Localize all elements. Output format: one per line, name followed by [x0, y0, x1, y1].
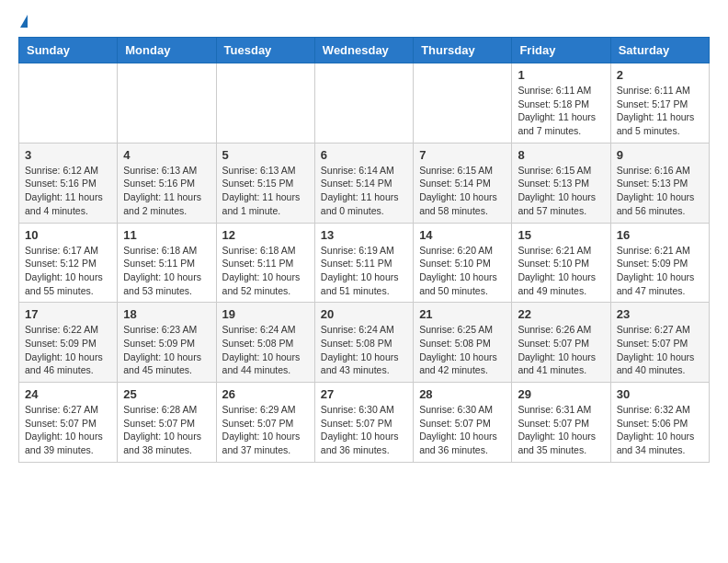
- day-info: Sunrise: 6:21 AM Sunset: 5:10 PM Dayligh…: [518, 244, 604, 298]
- day-number: 16: [617, 228, 703, 242]
- calendar-cell: 28Sunrise: 6:30 AM Sunset: 5:07 PM Dayli…: [414, 383, 512, 463]
- calendar-cell: 25Sunrise: 6:28 AM Sunset: 5:07 PM Dayli…: [118, 383, 216, 463]
- day-number: 5: [222, 148, 309, 162]
- calendar-cell: 23Sunrise: 6:27 AM Sunset: 5:07 PM Dayli…: [610, 303, 709, 383]
- calendar-cell: 16Sunrise: 6:21 AM Sunset: 5:09 PM Dayli…: [610, 223, 709, 303]
- day-info: Sunrise: 6:12 AM Sunset: 5:16 PM Dayligh…: [25, 164, 111, 218]
- logo: [18, 15, 28, 28]
- day-number: 25: [123, 387, 210, 401]
- day-info: Sunrise: 6:14 AM Sunset: 5:14 PM Dayligh…: [321, 164, 407, 218]
- calendar-cell: 21Sunrise: 6:25 AM Sunset: 5:08 PM Dayli…: [414, 303, 512, 383]
- calendar-cell: [19, 63, 118, 144]
- day-number: 21: [419, 307, 506, 321]
- day-number: 6: [321, 148, 407, 162]
- calendar-cell: 15Sunrise: 6:21 AM Sunset: 5:10 PM Dayli…: [512, 223, 610, 303]
- day-info: Sunrise: 6:24 AM Sunset: 5:08 PM Dayligh…: [222, 323, 309, 377]
- day-info: Sunrise: 6:22 AM Sunset: 5:09 PM Dayligh…: [25, 323, 111, 377]
- day-number: 9: [617, 148, 703, 162]
- day-info: Sunrise: 6:26 AM Sunset: 5:07 PM Dayligh…: [518, 323, 604, 377]
- calendar-week-row: 3Sunrise: 6:12 AM Sunset: 5:16 PM Daylig…: [19, 143, 710, 223]
- day-info: Sunrise: 6:21 AM Sunset: 5:09 PM Dayligh…: [617, 244, 703, 298]
- calendar-cell: [118, 63, 216, 144]
- day-number: 18: [123, 307, 210, 321]
- day-number: 23: [617, 307, 703, 321]
- day-number: 3: [25, 148, 111, 162]
- weekday-header: Sunday: [19, 38, 118, 63]
- weekday-header: Wednesday: [314, 38, 413, 63]
- day-info: Sunrise: 6:13 AM Sunset: 5:15 PM Dayligh…: [222, 164, 309, 218]
- calendar-cell: 6Sunrise: 6:14 AM Sunset: 5:14 PM Daylig…: [314, 143, 413, 223]
- day-info: Sunrise: 6:16 AM Sunset: 5:13 PM Dayligh…: [617, 164, 703, 218]
- calendar-cell: 19Sunrise: 6:24 AM Sunset: 5:08 PM Dayli…: [216, 303, 314, 383]
- calendar-table: SundayMondayTuesdayWednesdayThursdayFrid…: [18, 37, 710, 463]
- day-number: 15: [518, 228, 604, 242]
- calendar-cell: 20Sunrise: 6:24 AM Sunset: 5:08 PM Dayli…: [314, 303, 413, 383]
- weekday-header: Saturday: [610, 38, 709, 63]
- day-number: 27: [321, 387, 407, 401]
- weekday-header: Monday: [118, 38, 216, 63]
- day-number: 17: [25, 307, 111, 321]
- day-info: Sunrise: 6:29 AM Sunset: 5:07 PM Dayligh…: [222, 403, 309, 457]
- calendar-cell: 1Sunrise: 6:11 AM Sunset: 5:18 PM Daylig…: [512, 63, 610, 144]
- calendar-cell: [216, 63, 314, 144]
- day-info: Sunrise: 6:15 AM Sunset: 5:14 PM Dayligh…: [419, 164, 506, 218]
- day-number: 14: [419, 228, 506, 242]
- calendar-week-row: 1Sunrise: 6:11 AM Sunset: 5:18 PM Daylig…: [19, 63, 710, 144]
- day-number: 13: [321, 228, 407, 242]
- day-number: 30: [617, 387, 703, 401]
- day-number: 22: [518, 307, 604, 321]
- calendar-week-row: 10Sunrise: 6:17 AM Sunset: 5:12 PM Dayli…: [19, 223, 710, 303]
- weekday-header: Tuesday: [216, 38, 314, 63]
- day-info: Sunrise: 6:18 AM Sunset: 5:11 PM Dayligh…: [222, 244, 309, 298]
- day-info: Sunrise: 6:11 AM Sunset: 5:18 PM Dayligh…: [518, 84, 604, 138]
- calendar-cell: 11Sunrise: 6:18 AM Sunset: 5:11 PM Dayli…: [118, 223, 216, 303]
- calendar-cell: 22Sunrise: 6:26 AM Sunset: 5:07 PM Dayli…: [512, 303, 610, 383]
- calendar-cell: 27Sunrise: 6:30 AM Sunset: 5:07 PM Dayli…: [314, 383, 413, 463]
- day-info: Sunrise: 6:27 AM Sunset: 5:07 PM Dayligh…: [25, 403, 111, 457]
- calendar-cell: 4Sunrise: 6:13 AM Sunset: 5:16 PM Daylig…: [118, 143, 216, 223]
- day-number: 28: [419, 387, 506, 401]
- day-info: Sunrise: 6:24 AM Sunset: 5:08 PM Dayligh…: [321, 323, 407, 377]
- header: [18, 15, 710, 28]
- calendar-cell: 7Sunrise: 6:15 AM Sunset: 5:14 PM Daylig…: [414, 143, 512, 223]
- calendar-cell: 30Sunrise: 6:32 AM Sunset: 5:06 PM Dayli…: [610, 383, 709, 463]
- calendar-cell: 8Sunrise: 6:15 AM Sunset: 5:13 PM Daylig…: [512, 143, 610, 223]
- page: SundayMondayTuesdayWednesdayThursdayFrid…: [0, 0, 728, 477]
- weekday-header: Friday: [512, 38, 610, 63]
- day-info: Sunrise: 6:30 AM Sunset: 5:07 PM Dayligh…: [419, 403, 506, 457]
- calendar-week-row: 24Sunrise: 6:27 AM Sunset: 5:07 PM Dayli…: [19, 383, 710, 463]
- day-info: Sunrise: 6:27 AM Sunset: 5:07 PM Dayligh…: [617, 323, 703, 377]
- day-number: 20: [321, 307, 407, 321]
- weekday-header: Thursday: [414, 38, 512, 63]
- calendar-cell: [314, 63, 413, 144]
- calendar-cell: 13Sunrise: 6:19 AM Sunset: 5:11 PM Dayli…: [314, 223, 413, 303]
- day-info: Sunrise: 6:32 AM Sunset: 5:06 PM Dayligh…: [617, 403, 703, 457]
- day-number: 8: [518, 148, 604, 162]
- calendar-cell: 5Sunrise: 6:13 AM Sunset: 5:15 PM Daylig…: [216, 143, 314, 223]
- day-info: Sunrise: 6:17 AM Sunset: 5:12 PM Dayligh…: [25, 244, 111, 298]
- calendar-cell: 2Sunrise: 6:11 AM Sunset: 5:17 PM Daylig…: [610, 63, 709, 144]
- day-number: 19: [222, 307, 309, 321]
- day-number: 26: [222, 387, 309, 401]
- day-number: 24: [25, 387, 111, 401]
- day-info: Sunrise: 6:19 AM Sunset: 5:11 PM Dayligh…: [321, 244, 407, 298]
- day-number: 1: [518, 68, 604, 82]
- day-info: Sunrise: 6:31 AM Sunset: 5:07 PM Dayligh…: [518, 403, 604, 457]
- day-info: Sunrise: 6:23 AM Sunset: 5:09 PM Dayligh…: [123, 323, 210, 377]
- logo-icon: [20, 15, 28, 28]
- day-info: Sunrise: 6:25 AM Sunset: 5:08 PM Dayligh…: [419, 323, 506, 377]
- day-info: Sunrise: 6:30 AM Sunset: 5:07 PM Dayligh…: [321, 403, 407, 457]
- day-info: Sunrise: 6:28 AM Sunset: 5:07 PM Dayligh…: [123, 403, 210, 457]
- day-info: Sunrise: 6:15 AM Sunset: 5:13 PM Dayligh…: [518, 164, 604, 218]
- calendar-cell: [414, 63, 512, 144]
- day-number: 11: [123, 228, 210, 242]
- calendar-cell: 18Sunrise: 6:23 AM Sunset: 5:09 PM Dayli…: [118, 303, 216, 383]
- calendar-cell: 3Sunrise: 6:12 AM Sunset: 5:16 PM Daylig…: [19, 143, 118, 223]
- day-number: 7: [419, 148, 506, 162]
- calendar-header-row: SundayMondayTuesdayWednesdayThursdayFrid…: [19, 38, 710, 63]
- calendar-cell: 10Sunrise: 6:17 AM Sunset: 5:12 PM Dayli…: [19, 223, 118, 303]
- calendar-week-row: 17Sunrise: 6:22 AM Sunset: 5:09 PM Dayli…: [19, 303, 710, 383]
- calendar-cell: 26Sunrise: 6:29 AM Sunset: 5:07 PM Dayli…: [216, 383, 314, 463]
- day-info: Sunrise: 6:18 AM Sunset: 5:11 PM Dayligh…: [123, 244, 210, 298]
- day-number: 10: [25, 228, 111, 242]
